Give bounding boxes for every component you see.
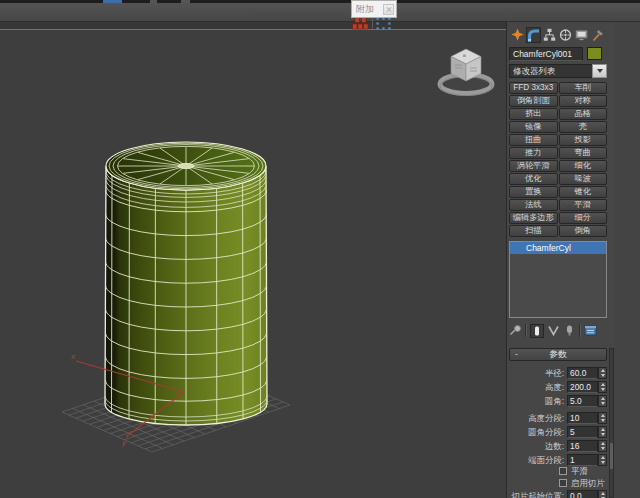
- configure-modifier-sets-icon[interactable]: [584, 324, 597, 337]
- modifier-button[interactable]: 镜像: [509, 121, 558, 133]
- modifier-button[interactable]: 编辑多边形: [509, 212, 558, 224]
- stack-toolbar: [509, 322, 609, 339]
- parameters-rollout-header[interactable]: - 参数: [509, 348, 607, 361]
- object-color-swatch[interactable]: [587, 47, 602, 60]
- cap-segs-input[interactable]: 1: [567, 454, 598, 466]
- param-label: 边数:: [509, 441, 567, 452]
- main-toolbar: [0, 3, 640, 22]
- spinner-control[interactable]: [598, 426, 607, 438]
- modifier-button[interactable]: 倒角: [559, 225, 608, 237]
- command-panel: ChamferCyl001 修改器列表 FFD 3x3x3 车削 倒角剖面 对称…: [506, 22, 640, 498]
- enable-slice-checkbox-row: 启用切片: [559, 478, 605, 488]
- spinner-control[interactable]: [598, 440, 607, 452]
- command-panel-tabs: [510, 27, 605, 44]
- checkbox-label: 启用切片: [571, 478, 605, 489]
- modifier-button[interactable]: 扫描: [509, 225, 558, 237]
- enable-slice-checkbox[interactable]: [559, 479, 567, 487]
- app-window: x y 附加: [0, 0, 640, 498]
- param-label: 高度分段:: [509, 413, 567, 424]
- close-icon[interactable]: [383, 4, 394, 15]
- modifier-button[interactable]: 优化: [509, 173, 558, 185]
- modifier-button[interactable]: 噪波: [559, 173, 608, 185]
- object-name-field[interactable]: ChamferCyl001: [509, 47, 583, 61]
- spinner-control[interactable]: [598, 412, 607, 424]
- modifier-button[interactable]: 细化: [559, 160, 608, 172]
- modifier-stack-list[interactable]: ChamferCyl: [509, 241, 607, 318]
- tab-create[interactable]: [510, 27, 525, 43]
- modifier-button[interactable]: 壳: [559, 121, 608, 133]
- height-segs-input[interactable]: 10: [567, 412, 598, 424]
- param-row-sides: 边数: 16: [509, 440, 607, 452]
- fillet-input[interactable]: 5.0: [567, 395, 598, 407]
- chamfer-cylinder-object[interactable]: [105, 142, 267, 425]
- scrollbar-thumb[interactable]: [610, 443, 613, 469]
- panel-scrollbar[interactable]: [609, 348, 614, 498]
- modifier-button[interactable]: 细分: [559, 212, 608, 224]
- attach-tooltip-label: 附加: [356, 1, 374, 17]
- modifier-button[interactable]: 涡轮平滑: [509, 160, 558, 172]
- spinner-control[interactable]: [598, 381, 607, 393]
- tab-modify[interactable]: [526, 27, 541, 43]
- modifier-button[interactable]: 扭曲: [509, 134, 558, 146]
- mini-toolbar: [352, 16, 391, 30]
- toolbar-separator: [372, 17, 373, 29]
- spinner-control[interactable]: [598, 395, 607, 407]
- modifier-button[interactable]: 挤出: [509, 108, 558, 120]
- param-row-fillet: 圆角: 5.0: [509, 395, 607, 407]
- tab-display[interactable]: [574, 27, 589, 43]
- radius-input[interactable]: 60.0: [567, 367, 598, 379]
- param-label: 高度:: [509, 382, 567, 393]
- rollout-title: 参数: [549, 349, 567, 359]
- param-row-radius: 半径: 60.0: [509, 367, 607, 379]
- smooth-checkbox[interactable]: [559, 467, 567, 475]
- spinner-control[interactable]: [598, 490, 607, 498]
- remove-modifier-icon[interactable]: [563, 324, 576, 337]
- modifier-button[interactable]: 平滑: [559, 199, 608, 211]
- sides-input[interactable]: 16: [567, 440, 598, 452]
- modifier-button[interactable]: FFD 3x3x3: [509, 82, 558, 94]
- stack-item-selected[interactable]: ChamferCyl: [510, 242, 606, 254]
- param-label: 端面分段:: [509, 455, 567, 466]
- attach-icon[interactable]: [352, 17, 369, 30]
- modifier-button[interactable]: 推力: [509, 147, 558, 159]
- tab-utilities[interactable]: [590, 27, 605, 43]
- tab-motion[interactable]: [558, 27, 573, 43]
- param-label: 圆角:: [509, 396, 567, 407]
- modifier-button[interactable]: 置换: [509, 186, 558, 198]
- modifier-button[interactable]: 车削: [559, 82, 608, 94]
- chevron-down-icon[interactable]: [592, 64, 607, 78]
- show-end-result-icon[interactable]: [530, 324, 544, 338]
- modifier-button[interactable]: 倒角剖面: [509, 95, 558, 107]
- param-row-slice-from: 切片起始位置: 0.0: [509, 490, 607, 498]
- param-row-fillet-segs: 圆角分段: 5: [509, 426, 607, 438]
- modifier-button[interactable]: 法线: [509, 199, 558, 211]
- modifier-button[interactable]: 对称: [559, 95, 608, 107]
- slice-from-input[interactable]: 0.0: [567, 490, 598, 498]
- tab-hierarchy[interactable]: [542, 27, 557, 43]
- modifier-button[interactable]: 晶格: [559, 108, 608, 120]
- collapse-icon[interactable]: -: [515, 349, 518, 360]
- pin-stack-icon[interactable]: [509, 324, 522, 337]
- selection-region-icon[interactable]: [376, 17, 391, 30]
- viewcube-top-glyph: [463, 55, 466, 58]
- modifier-button-set: FFD 3x3x3 车削 倒角剖面 对称 挤出 晶格 镜像 壳 扭曲 投影 推力…: [509, 82, 607, 237]
- toolbar-separator: [525, 324, 527, 337]
- spinner-control[interactable]: [598, 367, 607, 379]
- cap-center: [178, 163, 194, 168]
- param-label: 半径:: [509, 368, 567, 379]
- smooth-checkbox-row: 平滑: [559, 466, 588, 476]
- modifier-button[interactable]: 锥化: [559, 186, 608, 198]
- modifier-button[interactable]: 投影: [559, 134, 608, 146]
- fillet-segs-input[interactable]: 5: [567, 426, 598, 438]
- param-row-height-segs: 高度分段: 10: [509, 412, 607, 424]
- perspective-viewport[interactable]: x y: [0, 30, 506, 498]
- viewcube[interactable]: [440, 49, 492, 96]
- modifier-button[interactable]: 弯曲: [559, 147, 608, 159]
- param-label: 切片起始位置:: [509, 491, 567, 498]
- make-unique-icon[interactable]: [547, 324, 560, 337]
- spinner-control[interactable]: [598, 454, 607, 466]
- param-label: 圆角分段:: [509, 427, 567, 438]
- param-row-cap-segs: 端面分段: 1: [509, 454, 607, 466]
- param-row-height: 高度: 200.0: [509, 381, 607, 393]
- height-input[interactable]: 200.0: [567, 381, 598, 393]
